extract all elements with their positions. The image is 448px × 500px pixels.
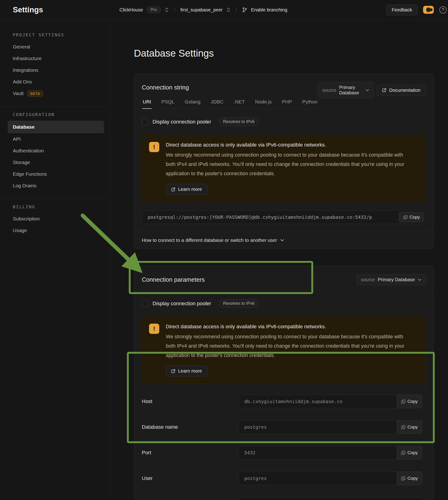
main-content: Database Settings Connection string URI … bbox=[110, 20, 448, 500]
param-row-user: User postgres Copy bbox=[142, 466, 426, 491]
copy-user-button[interactable]: Copy bbox=[397, 472, 422, 485]
chevron-down-icon bbox=[418, 279, 421, 281]
breadcrumb-project[interactable]: first_supabase_peer bbox=[180, 7, 223, 13]
alert-icon: ! bbox=[149, 142, 159, 152]
param-row-database-name: Database name postgres Copy bbox=[142, 414, 426, 440]
param-row-password: Password [The password for your database… bbox=[142, 491, 426, 500]
topbar: Settings ClickHouse Pro / first_supabase… bbox=[0, 0, 448, 20]
sidebar-item-add-ons[interactable]: Add Ons bbox=[0, 76, 110, 88]
tab-uri[interactable]: URI bbox=[142, 98, 152, 109]
section-header-configuration: CONFIGURATION bbox=[0, 108, 110, 121]
ipv6-warning-panel: ! Direct database access is only availab… bbox=[142, 135, 426, 202]
sidebar-item-api[interactable]: API bbox=[0, 133, 110, 145]
sidebar-item-integrations[interactable]: Integrations bbox=[0, 64, 110, 76]
org-avatar-icon[interactable] bbox=[423, 6, 434, 14]
breadcrumb: ClickHouse Pro / first_supabase_peer / E… bbox=[119, 6, 287, 13]
tab-psql[interactable]: PSQL bbox=[161, 98, 175, 109]
pooler-checkbox-label: Display connection pooler bbox=[153, 119, 211, 125]
sidebar-item-general[interactable]: General bbox=[0, 41, 110, 53]
source-select[interactable]: source Primary Database bbox=[356, 274, 426, 285]
sidebar-item-infrastructure[interactable]: Infrastructure bbox=[0, 53, 110, 64]
sidebar-item-subscription[interactable]: Subscription bbox=[0, 213, 110, 225]
plan-badge: Pro bbox=[147, 6, 161, 13]
breadcrumb-org[interactable]: ClickHouse bbox=[119, 7, 143, 13]
warning-body: We strongly recommend using connection p… bbox=[166, 150, 408, 178]
copy-icon bbox=[401, 476, 405, 481]
pooler-checkbox-label: Display connection pooler bbox=[153, 300, 211, 307]
database-name-field[interactable]: postgres bbox=[239, 420, 397, 434]
ipv6-badge: Resolves to IPv6 bbox=[219, 117, 259, 126]
connection-string-card: Connection string URI PSQL Golang JDBC .… bbox=[134, 73, 434, 249]
tab-python[interactable]: Python bbox=[302, 98, 318, 109]
display-connection-pooler-checkbox[interactable] bbox=[142, 118, 148, 125]
project-switcher-chevrons-icon[interactable] bbox=[226, 7, 230, 12]
connection-string-title: Connection string bbox=[142, 82, 318, 91]
page-title: Database Settings bbox=[134, 20, 448, 59]
settings-title: Settings bbox=[13, 5, 43, 14]
section-header-project-settings: PROJECT SETTINGS bbox=[0, 28, 110, 41]
password-field[interactable]: [The password for your database] bbox=[239, 497, 422, 500]
learn-more-button[interactable]: Learn more bbox=[166, 184, 207, 195]
sidebar-item-vault[interactable]: Vault BETA bbox=[0, 88, 110, 99]
user-field[interactable]: postgres bbox=[239, 472, 397, 485]
port-field[interactable]: 5432 bbox=[239, 446, 397, 459]
warning-body: We strongly recommend using connection p… bbox=[166, 332, 408, 360]
connect-help-toggle[interactable]: How to connect to a different database o… bbox=[134, 232, 433, 249]
host-field[interactable]: db.cxhygiuitamxhniiddjm.supabase.co bbox=[239, 395, 397, 408]
connection-parameters-card: Connection parameters source Primary Dat… bbox=[134, 266, 434, 500]
tab-php[interactable]: PHP bbox=[282, 98, 292, 109]
section-header-billing: BILLING bbox=[0, 200, 110, 213]
settings-sidebar: PROJECT SETTINGS General Infrastructure … bbox=[0, 20, 110, 500]
connection-parameters-list: Host db.cxhygiuitamxhniiddjm.supabase.co… bbox=[142, 388, 426, 500]
tab-jdbc[interactable]: JDBC bbox=[210, 98, 224, 109]
sidebar-item-edge-functions[interactable]: Edge Functions bbox=[0, 168, 110, 180]
copy-icon bbox=[401, 400, 405, 403]
ipv6-warning-panel: ! Direct database access is only availab… bbox=[142, 317, 426, 384]
connection-parameters-title: Connection parameters bbox=[142, 274, 205, 283]
tab-nodejs[interactable]: Node.js bbox=[255, 98, 272, 109]
sidebar-item-log-drains[interactable]: Log Drains bbox=[0, 180, 110, 192]
sidebar-item-database[interactable]: Database bbox=[8, 121, 104, 133]
sidebar-item-storage[interactable]: Storage bbox=[0, 157, 110, 168]
copy-icon bbox=[401, 425, 405, 429]
connection-uri-field[interactable]: postgresql://postgres:[YOUR-PASSWORD]@db… bbox=[142, 210, 426, 224]
tab-dotnet[interactable]: .NET bbox=[233, 98, 245, 109]
external-link-icon bbox=[382, 88, 386, 92]
connection-string-tabs: URI PSQL Golang JDBC .NET Node.js PHP Py… bbox=[142, 98, 318, 109]
sidebar-item-usage[interactable]: Usage bbox=[0, 225, 110, 236]
documentation-button[interactable]: Documentation bbox=[377, 85, 426, 96]
copy-icon bbox=[403, 215, 407, 219]
enable-branching-button[interactable]: Enable branching bbox=[251, 7, 287, 13]
copy-port-button[interactable]: Copy bbox=[397, 446, 422, 459]
breadcrumb-separator: / bbox=[173, 7, 177, 13]
help-icon[interactable]: ? bbox=[439, 6, 447, 14]
copy-uri-button[interactable]: Copy bbox=[399, 212, 424, 222]
org-switcher-chevrons-icon[interactable] bbox=[165, 7, 169, 12]
param-row-port: Port 5432 Copy bbox=[142, 440, 426, 466]
source-select[interactable]: source Primary Database bbox=[318, 82, 373, 98]
ipv6-badge: Resolves to IPv6 bbox=[219, 299, 259, 308]
warning-title: Direct database access is only available… bbox=[166, 142, 408, 148]
chevron-down-icon bbox=[365, 89, 369, 91]
git-branch-icon bbox=[242, 7, 247, 13]
sidebar-item-authentication[interactable]: Authentication bbox=[0, 145, 110, 157]
external-link-icon bbox=[171, 369, 175, 373]
param-row-host: Host db.cxhygiuitamxhniiddjm.supabase.co… bbox=[142, 389, 426, 414]
breadcrumb-separator: / bbox=[234, 7, 239, 13]
display-connection-pooler-checkbox[interactable] bbox=[142, 300, 148, 307]
warning-title: Direct database access is only available… bbox=[166, 324, 408, 330]
copy-icon bbox=[401, 451, 405, 455]
copy-host-button[interactable]: Copy bbox=[397, 395, 422, 408]
learn-more-button[interactable]: Learn more bbox=[166, 366, 207, 377]
external-link-icon bbox=[171, 187, 175, 192]
tab-golang[interactable]: Golang bbox=[184, 98, 201, 109]
beta-badge: BETA bbox=[27, 90, 43, 97]
alert-icon: ! bbox=[149, 324, 159, 334]
chevron-down-icon bbox=[280, 239, 284, 241]
copy-database-name-button[interactable]: Copy bbox=[397, 420, 422, 434]
feedback-button[interactable]: Feedback bbox=[386, 4, 417, 15]
